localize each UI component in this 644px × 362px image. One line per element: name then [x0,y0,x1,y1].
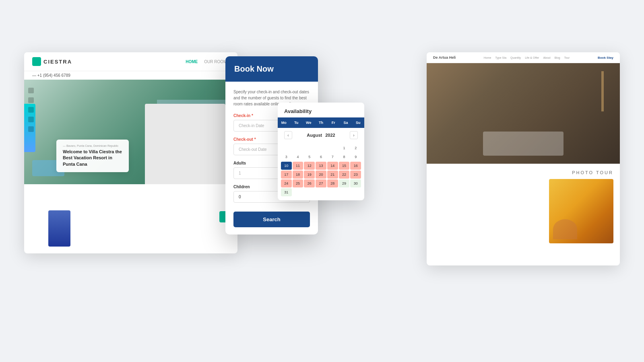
day-tu: Tu [290,120,303,125]
photo-tour-label: PHOTO TOUR [433,170,613,175]
welcome-card: — Bavaro, Punta Cana, Dominican Republic… [56,140,129,172]
modal-header: Book Now [225,56,318,82]
right-nav: Home Type Sta Quantity Life & Offer Abou… [484,56,570,59]
right-website-preview: De Artua Heli Home Type Sta Quantity Lif… [427,52,620,265]
right-content: PHOTO TOUR [427,164,620,185]
cal-cell-17[interactable]: 17 [281,171,292,179]
right-nav-item: Type Sta [495,56,506,59]
social-p [28,117,34,122]
social-ig [28,97,34,103]
social-yt [28,107,34,113]
social-other [28,126,34,132]
meeting-image [549,179,613,243]
left-header: CIESTRA HOME OUR ROOMS [24,52,237,71]
cal-cell-24[interactable]: 24 [281,179,292,187]
cal-cell-14[interactable]: 14 [327,162,338,170]
social-icons [28,88,34,132]
cal-cell-empty-39 [327,188,338,196]
nav-home: HOME [186,60,198,64]
cal-cell-empty-3 [316,144,326,152]
logo-icon [32,57,41,66]
cal-cell-3[interactable]: 3 [281,153,292,161]
day-fr: Fr [327,120,340,125]
cal-cell-27[interactable]: 27 [316,179,326,187]
calendar-year: 2022 [325,133,335,138]
search-button[interactable]: Search [233,212,310,227]
building-shape [145,104,225,184]
prev-month-button[interactable]: ‹ [284,131,292,139]
cal-cell-empty-36 [293,188,303,196]
cal-cell-19[interactable]: 19 [304,171,315,179]
cal-cell-9[interactable]: 9 [350,153,361,161]
day-we: We [302,120,315,125]
people-shape [553,219,577,239]
right-nav-item: Home [484,56,491,59]
cal-cell-21[interactable]: 21 [327,171,338,179]
calendar-month: August [307,133,322,138]
welcome-location: — Bavaro, Punta Cana, Dominican Republic [63,144,122,147]
day-su: Su [352,120,364,125]
left-body: — +1 (954) 456 6789 — Bavaro, Punta Cana… [24,71,237,253]
social-fb [28,88,34,93]
room-image [427,63,620,164]
lamp-shape [601,71,604,111]
cal-cell-empty-38 [316,188,326,196]
day-mo: Mo [278,120,290,125]
cal-cell-23[interactable]: 23 [350,171,361,179]
bed-shape [483,132,564,156]
right-nav-item: Life & Offer [525,56,539,59]
right-book-btn: Book Stay [598,56,613,60]
calendar-nav: ‹ August 2022 › [278,128,364,142]
cal-cell-empty-2 [304,144,315,152]
cal-cell-5[interactable]: 5 [304,153,315,161]
cal-cell-26[interactable]: 26 [304,179,315,187]
cal-cell-29[interactable]: 29 [339,179,350,187]
right-nav-item: Quantity [510,56,521,59]
cal-cell-1[interactable]: 1 [339,144,350,152]
cal-cell-4[interactable]: 4 [293,153,303,161]
cal-cell-8[interactable]: 8 [339,153,350,161]
hero-image: — Bavaro, Punta Cana, Dominican Republic… [24,80,237,184]
right-nav-item: Tour [564,56,570,59]
calendar-month-year: August 2022 [307,133,335,138]
right-header: De Artua Heli Home Type Sta Quantity Lif… [427,52,620,63]
left-nav: HOME OUR ROOMS [186,60,229,64]
welcome-title: Welcome to Villa Ciestra the Best Vacati… [63,149,122,167]
left-website-preview: CIESTRA HOME OUR ROOMS — +1 (954) 456 67… [24,52,237,253]
cal-cell-13[interactable]: 13 [316,162,326,170]
next-month-button[interactable]: › [350,131,358,139]
cal-cell-28[interactable]: 28 [327,179,338,187]
cal-cell-6[interactable]: 6 [316,153,326,161]
cal-cell-empty-37 [304,188,315,196]
cal-cell-empty-1 [293,144,303,152]
availability-popup: Availability Mo Tu We Th Fr Sa Su ‹ Augu… [278,103,364,200]
right-nav-item: Blog [555,56,560,59]
modal-title: Book Now [234,64,309,74]
right-hotel-name: De Artua Heli [433,56,456,60]
cal-cell-7[interactable]: 7 [327,153,338,161]
calendar-grid: 1234567891011121314151617181920212223242… [278,142,364,200]
cal-cell-31[interactable]: 31 [281,188,292,196]
logo-text: CIESTRA [43,59,72,65]
logo-area: CIESTRA [32,57,72,66]
cal-cell-20[interactable]: 20 [316,171,326,179]
availability-title: Availability [278,103,364,117]
cal-cell-18[interactable]: 18 [293,171,303,179]
cal-cell-11[interactable]: 11 [293,162,303,170]
cal-cell-10[interactable]: 10 [281,162,292,170]
cal-cell-15[interactable]: 15 [339,162,350,170]
blue-accent [48,210,70,247]
day-th: Th [315,120,327,125]
cal-cell-empty-0 [281,144,292,152]
day-sa: Sa [340,120,352,125]
right-nav-item: About [543,56,550,59]
cal-cell-12[interactable]: 12 [304,162,315,170]
cal-cell-30[interactable]: 30 [350,179,361,187]
cal-cell-empty-4 [327,144,338,152]
calendar-header: Mo Tu We Th Fr Sa Su [278,117,364,128]
cal-cell-25[interactable]: 25 [293,179,303,187]
phone-bar: — +1 (954) 456 6789 [24,71,237,80]
cal-cell-2[interactable]: 2 [350,144,361,152]
cal-cell-22[interactable]: 22 [339,171,350,179]
cal-cell-16[interactable]: 16 [350,162,361,170]
